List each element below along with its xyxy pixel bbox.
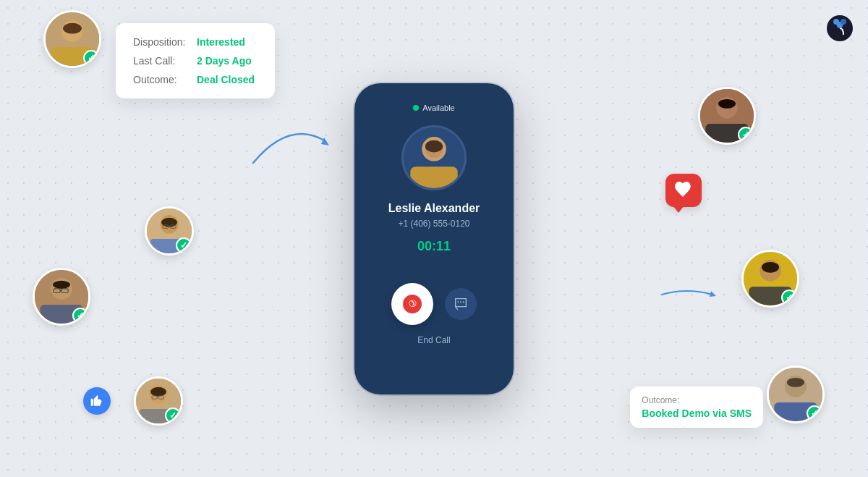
logo-icon (826, 14, 854, 42)
last-call-row: Last Call: 2 Days Ago (133, 55, 258, 67)
avatar-midleft-top (145, 206, 194, 256)
svg-rect-2 (410, 166, 457, 189)
check-badge-midright (781, 290, 797, 305)
check-badge-topright (738, 127, 754, 143)
phone-mockup: Available Leslie Alexander +1 (406) 555-… (354, 83, 514, 394)
last-call-label: Last Call: (133, 55, 191, 67)
last-call-value: 2 Days Ago (197, 55, 252, 67)
scene: Available Leslie Alexander +1 (406) 555-… (0, 0, 868, 477)
end-call-label: End Call (417, 335, 450, 345)
outcome-row: Outcome: Deal Closed (133, 74, 258, 85)
avatar-midright (741, 250, 799, 308)
app-logo (826, 14, 854, 42)
thumbs-up-icon (90, 394, 104, 408)
like-badge (83, 387, 111, 415)
call-timer: 00:11 (417, 239, 451, 254)
svg-point-30 (150, 387, 166, 397)
status-dot (413, 105, 419, 111)
svg-point-41 (762, 262, 779, 273)
outcome-card: Outcome: Booked Demo via SMS (630, 387, 763, 428)
check-badge-bottomleft (165, 408, 181, 423)
svg-point-48 (833, 19, 839, 25)
arrow-right-svg (658, 284, 716, 305)
disposition-row: Disposition: Interested (133, 36, 258, 48)
status-text: Available (422, 104, 454, 112)
heart-bubble (665, 174, 702, 207)
end-call-icon: ✆ (403, 295, 422, 313)
info-card: Disposition: Interested Last Call: 2 Day… (116, 23, 275, 98)
svg-point-16 (161, 218, 177, 227)
heart-icon (674, 182, 693, 199)
outcome-label-info: Outcome: (133, 74, 191, 85)
check-badge-midleft-top (176, 237, 192, 253)
caller-avatar (401, 125, 467, 190)
svg-rect-6 (460, 301, 461, 303)
disposition-label: Disposition: (133, 36, 191, 48)
phone-end-icon: ✆ (406, 297, 419, 310)
check-badge-midleft-bottom (72, 308, 88, 324)
avatar-bottomleft (134, 376, 183, 426)
svg-point-23 (53, 281, 70, 289)
check-badge-bottomright (807, 405, 822, 421)
svg-rect-7 (463, 301, 464, 303)
arrow-card-svg (246, 112, 333, 170)
avatar-midleft-bottom (33, 268, 90, 326)
avatar-topleft (43, 10, 101, 68)
svg-point-4 (425, 140, 443, 152)
status-bar: Available (413, 104, 454, 112)
call-actions: ✆ (391, 283, 477, 325)
check-badge-topleft (83, 50, 99, 66)
avatar-topright (698, 87, 756, 145)
disposition-value: Interested (197, 36, 245, 48)
outcome-value-info: Deal Closed (197, 74, 255, 85)
svg-point-49 (841, 19, 846, 25)
svg-rect-5 (457, 301, 459, 303)
caller-phone: +1 (406) 555-0120 (398, 219, 469, 229)
chat-icon (453, 296, 469, 312)
end-call-button[interactable]: ✆ (391, 283, 433, 325)
svg-point-37 (718, 99, 736, 109)
svg-point-12 (63, 23, 82, 34)
svg-marker-42 (710, 291, 716, 297)
caller-name: Leslie Alexander (388, 202, 480, 215)
chat-button[interactable] (445, 288, 477, 320)
outcome-card-label: Outcome: (642, 395, 752, 405)
svg-point-46 (787, 378, 804, 387)
outcome-card-value: Booked Demo via SMS (642, 408, 752, 419)
avatar-bottomright (767, 366, 825, 423)
